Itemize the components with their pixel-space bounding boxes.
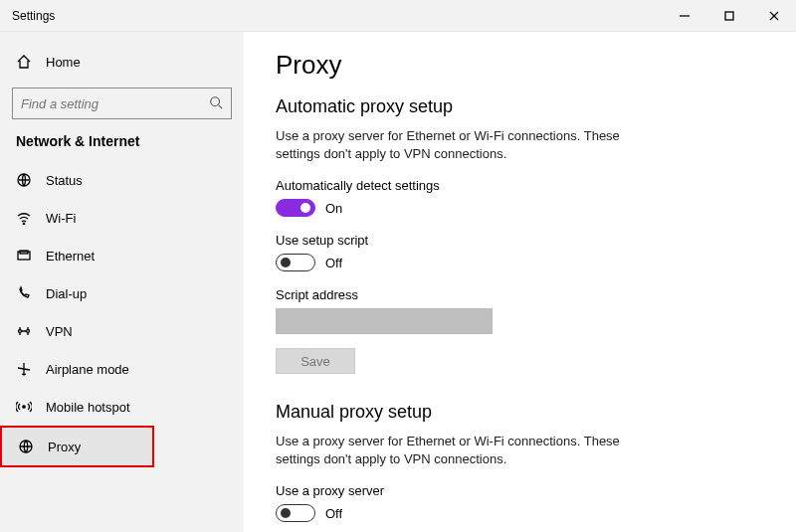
ethernet-icon xyxy=(16,248,32,264)
svg-line-5 xyxy=(219,104,223,108)
sidebar: Home Network & Internet Status xyxy=(0,32,244,532)
status-icon xyxy=(16,172,32,188)
sidebar-item-label: Proxy xyxy=(48,440,81,454)
manual-heading: Manual proxy setup xyxy=(276,402,764,423)
use-proxy-state: Off xyxy=(325,506,342,521)
svg-rect-1 xyxy=(725,12,733,20)
sidebar-item-label: Status xyxy=(46,173,83,188)
sidebar-item-hotspot[interactable]: Mobile hotspot xyxy=(0,388,244,426)
home-button[interactable]: Home xyxy=(0,46,244,78)
use-proxy-toggle[interactable] xyxy=(276,504,315,522)
content-area: Proxy Automatic proxy setup Use a proxy … xyxy=(244,32,796,532)
svg-point-11 xyxy=(27,330,30,333)
script-address-label: Script address xyxy=(276,287,764,302)
home-label: Home xyxy=(46,55,81,70)
search-field[interactable] xyxy=(12,88,232,119)
window-controls xyxy=(662,0,796,32)
proxy-icon xyxy=(18,439,34,454)
proxy-highlight: Proxy xyxy=(0,426,154,467)
save-button[interactable]: Save xyxy=(276,348,355,374)
manual-desc: Use a proxy server for Ethernet or Wi-Fi… xyxy=(276,433,644,467)
section-title: Network & Internet xyxy=(0,133,244,161)
close-button[interactable] xyxy=(751,0,796,32)
script-toggle[interactable] xyxy=(276,254,315,271)
window-title: Settings xyxy=(12,9,55,23)
detect-label: Automatically detect settings xyxy=(276,178,764,193)
script-address-input[interactable] xyxy=(276,308,493,334)
sidebar-item-label: VPN xyxy=(46,324,73,339)
script-state: Off xyxy=(325,256,342,270)
sidebar-item-dialup[interactable]: Dial-up xyxy=(0,274,244,312)
detect-state: On xyxy=(325,201,342,216)
svg-point-12 xyxy=(23,406,25,408)
hotspot-icon xyxy=(16,399,32,415)
sidebar-item-label: Airplane mode xyxy=(46,362,129,377)
search-icon xyxy=(209,95,223,112)
sidebar-item-label: Dial-up xyxy=(46,286,87,301)
dialup-icon xyxy=(16,285,32,301)
sidebar-item-label: Ethernet xyxy=(46,249,95,264)
sidebar-item-wifi[interactable]: Wi-Fi xyxy=(0,199,244,237)
wifi-icon xyxy=(16,210,32,226)
search-input[interactable] xyxy=(21,96,209,111)
auto-desc: Use a proxy server for Ethernet or Wi-Fi… xyxy=(276,127,644,162)
nav-list: Status Wi-Fi Ethernet xyxy=(0,161,244,467)
sidebar-item-proxy[interactable]: Proxy xyxy=(2,428,152,465)
titlebar: Settings xyxy=(0,0,796,32)
vpn-icon xyxy=(16,323,32,339)
svg-point-10 xyxy=(19,330,22,333)
svg-point-7 xyxy=(23,223,24,224)
airplane-icon xyxy=(16,361,32,377)
home-icon xyxy=(16,54,32,70)
sidebar-item-label: Wi-Fi xyxy=(46,211,76,226)
minimize-button[interactable] xyxy=(662,0,706,32)
maximize-button[interactable] xyxy=(706,0,751,32)
page-title: Proxy xyxy=(276,50,764,81)
auto-heading: Automatic proxy setup xyxy=(276,96,764,117)
detect-toggle[interactable] xyxy=(276,199,315,217)
sidebar-item-ethernet[interactable]: Ethernet xyxy=(0,237,244,274)
sidebar-item-airplane[interactable]: Airplane mode xyxy=(0,350,244,388)
sidebar-item-status[interactable]: Status xyxy=(0,161,244,199)
sidebar-item-vpn[interactable]: VPN xyxy=(0,312,244,350)
use-proxy-label: Use a proxy server xyxy=(276,483,764,498)
script-label: Use setup script xyxy=(276,233,764,248)
sidebar-item-label: Mobile hotspot xyxy=(46,400,130,415)
svg-point-4 xyxy=(211,96,220,105)
